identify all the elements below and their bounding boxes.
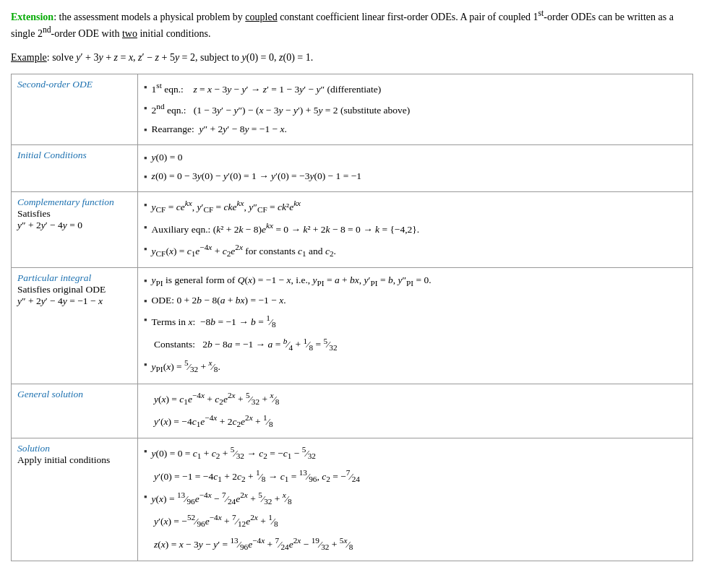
text-terms-x: Terms in x: −8b = −1 → b = 1⁄8 <box>152 311 276 332</box>
text-2nd-eqn: 2nd eqn.: (1 − 3y′ − y″) − (x − 3y − y′)… <box>152 100 411 118</box>
content-complementary: ▪ yCF = cekx, y′CF = ckekx, y″CF = ck²ek… <box>138 191 693 267</box>
table-row-second-order: Second-order ODE ▪ 1st eqn.: z = x − 3y … <box>12 74 693 144</box>
text-sol-yx: y(x) = 13⁄96e−4x − 7⁄24e2x + 5⁄32 + x⁄8 <box>152 488 292 509</box>
table-row-general-solution: General solution y(x) = c1e−4x + c2e2x +… <box>12 384 693 438</box>
text-1st-eqn: 1st eqn.: z = x − 3y − y′ → z′ = 1 − 3y′… <box>152 79 382 98</box>
table-row-particular: Particular integral Satisfies original O… <box>12 267 693 384</box>
text-aux-eqn: Auxiliary eqn.: (k² + 2k − 8)ekx = 0 → k… <box>152 219 420 238</box>
bullet-ypi-form: ▪ yPI is general form of Q(x) = −1 − x, … <box>144 272 687 290</box>
sol-zx: z(x) = x − 3y − y′ = 13⁄96e−4x + 7⁄24e2x… <box>144 534 687 554</box>
sol-yprime0: y′(0) = −1 = −4c1 + 2c2 + 1⁄8 → c1 = 13⁄… <box>144 466 687 486</box>
label-solution: Solution Apply initial conditions <box>12 438 138 561</box>
label-solution-sub: Apply initial conditions <box>17 454 110 465</box>
bullet-y0: ▪ y(0) = 0 <box>144 150 687 166</box>
text-undetermined: Constants: 2b − 8a = −1 → a = b⁄4 + 1⁄8 … <box>154 339 338 350</box>
undetermined-line: Constants: 2b − 8a = −1 → a = b⁄4 + 1⁄8 … <box>144 334 687 354</box>
text-y0: y(0) = 0 <box>152 150 183 166</box>
table-row-initial-conditions: Initial Conditions ▪ y(0) = 0 ▪ z(0) = 0… <box>12 144 693 191</box>
label-general-solution: General solution <box>12 384 138 438</box>
bullet-2nd-eqn: ▪ 2nd eqn.: (1 − 3y′ − y″) − (x − 3y − y… <box>144 100 687 118</box>
bullet-ypi-result: ▪ yPI(x) = 5⁄32 + x⁄8. <box>144 356 687 376</box>
label-complementary: Complementary function Satisfiesy″ + 2y′… <box>12 191 138 267</box>
text-rearrange: Rearrange: y″ + 2y′ − 8y = −1 − x. <box>152 121 287 138</box>
bullet-aux-eqn: ▪ Auxiliary eqn.: (k² + 2k − 8)ekx = 0 →… <box>144 219 687 238</box>
bullet-1st-eqn: ▪ 1st eqn.: z = x − 3y − y′ → z′ = 1 − 3… <box>144 79 687 98</box>
bullet-ycf-solution: ▪ yCF(x) = c1e−4x + c2e2x for constants … <box>144 241 687 261</box>
example-paragraph: Example: solve y′ + 3y + z = x, z′ − z +… <box>11 50 693 66</box>
table-row-complementary: Complementary function Satisfiesy″ + 2y′… <box>12 191 693 267</box>
intro-paragraph: Extension: the assessment models a physi… <box>11 7 693 41</box>
label-particular-sub: Satisfies original ODEy″ + 2y′ − 4y = −1… <box>17 284 106 306</box>
content-general-solution: y(x) = c1e−4x + c2e2x + 5⁄32 + x⁄8 y′(x)… <box>138 384 693 438</box>
content-particular: ▪ yPI is general form of Q(x) = −1 − x, … <box>138 267 693 384</box>
text-z0: z(0) = 0 − 3y(0) − y′(0) = 1 → y′(0) = −… <box>152 168 361 185</box>
example-label: Example <box>11 52 47 63</box>
label-complementary-sub: Satisfiesy″ + 2y′ − 4y = 0 <box>17 208 82 230</box>
text-ycf-solution: yCF(x) = c1e−4x + c2e2x for constants c1… <box>152 241 336 261</box>
bullet-rearrange: ▪ Rearrange: y″ + 2y′ − 8y = −1 − x. <box>144 121 687 138</box>
bullet-sol-y0: ▪ y(0) = 0 = c1 + c2 + 5⁄32 → c2 = −c1 −… <box>144 443 687 463</box>
bullet-sol-yx: ▪ y(x) = 13⁄96e−4x − 7⁄24e2x + 5⁄32 + x⁄… <box>144 488 687 509</box>
label-particular: Particular integral Satisfies original O… <box>12 267 138 384</box>
content-initial-conditions: ▪ y(0) = 0 ▪ z(0) = 0 − 3y(0) − y′(0) = … <box>138 144 693 191</box>
main-table: Second-order ODE ▪ 1st eqn.: z = x − 3y … <box>11 74 693 561</box>
table-row-solution: Solution Apply initial conditions ▪ y(0)… <box>12 438 693 561</box>
sol-yprime-x: y′(x) = −52⁄96e−4x + 7⁄12e2x + 1⁄8 <box>144 511 687 531</box>
text-sol-y0: y(0) = 0 = c1 + c2 + 5⁄32 → c2 = −c1 − 5… <box>152 443 316 463</box>
intro-text1: : the assessment models a physical probl… <box>11 12 674 40</box>
example-text: : solve y′ + 3y + z = x, z′ − z + 5y = 2… <box>47 52 313 63</box>
content-solution: ▪ y(0) = 0 = c1 + c2 + 5⁄32 → c2 = −c1 −… <box>138 438 693 561</box>
label-second-order: Second-order ODE <box>12 74 138 144</box>
extension-label: Extension <box>11 12 53 22</box>
text-ode-sub: ODE: 0 + 2b − 8(a + bx) = −1 − x. <box>152 293 286 309</box>
bullet-ode-sub: ▪ ODE: 0 + 2b − 8(a + bx) = −1 − x. <box>144 293 687 309</box>
label-initial-conditions: Initial Conditions <box>12 144 138 191</box>
content-second-order: ▪ 1st eqn.: z = x − 3y − y′ → z′ = 1 − 3… <box>138 74 693 144</box>
bullet-ycf: ▪ yCF = cekx, y′CF = ckekx, y″CF = ck²ek… <box>144 196 687 217</box>
bullet-terms-x: ▪ Terms in x: −8b = −1 → b = 1⁄8 <box>144 311 687 332</box>
gen-sol-y: y(x) = c1e−4x + c2e2x + 5⁄32 + x⁄8 <box>144 389 687 409</box>
gen-sol-yprime: y′(x) = −4c1e−4x + 2c2e2x + 1⁄8 <box>144 411 687 431</box>
bullet-z0: ▪ z(0) = 0 − 3y(0) − y′(0) = 1 → y′(0) =… <box>144 168 687 185</box>
text-ycf: yCF = cekx, y′CF = ckekx, y″CF = ck²ekx <box>152 196 301 217</box>
text-ypi-form: yPI is general form of Q(x) = −1 − x, i.… <box>152 272 432 290</box>
text-ypi-result: yPI(x) = 5⁄32 + x⁄8. <box>152 356 220 376</box>
